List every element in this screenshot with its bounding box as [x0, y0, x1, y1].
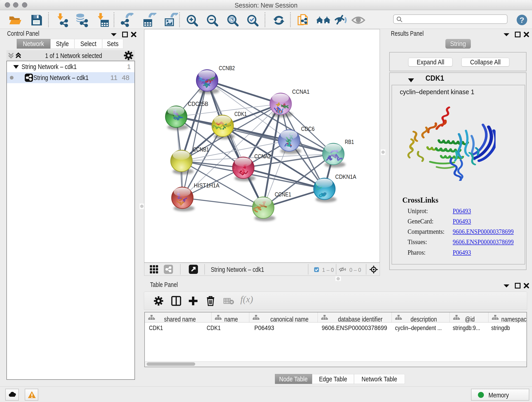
- svg-text:RB1: RB1: [345, 138, 354, 145]
- svg-text:CCNB1: CCNB1: [193, 146, 209, 153]
- svg-text:CDKN1A: CDKN1A: [335, 173, 356, 180]
- svg-text:CDC25B: CDC25B: [188, 100, 208, 107]
- svg-text:CCNE1: CCNE1: [275, 191, 291, 198]
- svg-text:CDK1: CDK1: [234, 110, 247, 117]
- svg-text:CDC6: CDC6: [301, 125, 315, 132]
- svg-text:HIST1H1A: HIST1H1A: [194, 182, 220, 189]
- svg-text:CCNA2: CCNA2: [254, 153, 271, 160]
- svg-text:CCNB2: CCNB2: [219, 65, 235, 71]
- svg-text:CCNA1: CCNA1: [292, 88, 310, 95]
